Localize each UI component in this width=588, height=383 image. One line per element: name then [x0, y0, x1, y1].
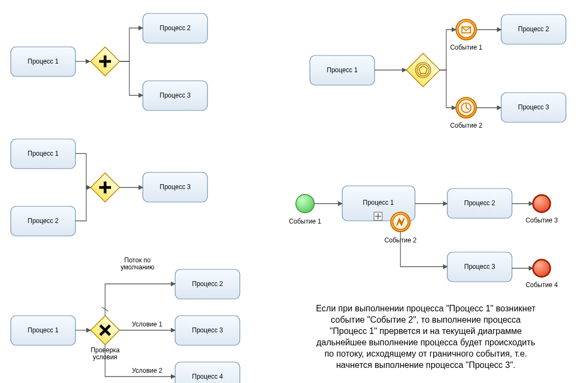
- svg-rect-14: [406, 53, 440, 87]
- diagram-parallel-split: Процесс 1 Процесс 2 Процесс 3: [11, 13, 207, 110]
- gateway-exclusive: [91, 316, 120, 345]
- end-event: [533, 195, 550, 212]
- svg-point-36: [533, 195, 550, 212]
- diagram-boundary-event: Событие 1 Процесс 1 Событие 2 Процесс 2 …: [289, 186, 558, 289]
- gateway-parallel: [91, 173, 120, 202]
- para-line: событие "Событие 2", то выполнение проце…: [331, 315, 521, 324]
- task-process-2: Процесс 2: [11, 206, 75, 236]
- flow-label: Условие 2: [132, 367, 163, 374]
- task-label: Процесс 2: [464, 199, 495, 207]
- para-line: "Процесс 1" прервется и на текущей диагр…: [330, 326, 522, 336]
- task-process-2: Процесс 2: [447, 189, 512, 218]
- task-label: Процесс 3: [464, 263, 495, 270]
- task-label: Процесс 4: [192, 373, 223, 380]
- event-label: Событие 3: [525, 217, 558, 224]
- para-line: дальнейшее выполнение процесса будет про…: [316, 338, 535, 347]
- task-process-2: Процесс 2: [175, 269, 240, 299]
- task-process-1: Процесс 1: [310, 55, 375, 85]
- event-label: Событие 2: [450, 122, 482, 129]
- connector: [120, 61, 143, 95]
- task-process-1: Процесс 1: [11, 316, 75, 345]
- start-event: [296, 194, 314, 213]
- task-label: Процесс 1: [327, 66, 358, 74]
- flow-label: умолчанию: [121, 263, 155, 271]
- event-label: Событие 4: [525, 281, 558, 289]
- task-label: Процесс 3: [192, 326, 223, 334]
- diagram-exclusive-gateway: Процесс 1 Проверка условия Процесс 2 Про…: [11, 256, 240, 383]
- task-label: Процесс 3: [160, 183, 191, 191]
- gateway-parallel: [91, 47, 120, 76]
- para-line: Если при выполнении процесса "Процесс 1"…: [316, 304, 536, 313]
- task-process-3: Процесс 3: [143, 172, 207, 202]
- boundary-event-error: [391, 212, 410, 232]
- task-process-2: Процесс 2: [143, 13, 207, 43]
- connector: [439, 70, 456, 108]
- task-label: Процесс 3: [160, 92, 191, 99]
- task-process-2: Процесс 2: [501, 15, 566, 44]
- intermediate-event-message: [456, 19, 476, 40]
- svg-point-30: [296, 194, 314, 213]
- task-label: Процесс 2: [192, 280, 223, 288]
- event-label: Событие 1: [289, 218, 321, 225]
- para-line: начнется выполнение процесса "Процесс 3"…: [336, 360, 516, 370]
- task-process-3: Процесс 3: [447, 252, 512, 282]
- task-process-3: Процесс 3: [143, 81, 207, 110]
- para-line: по потоку, исходящему от граничного собы…: [324, 349, 527, 358]
- connector-default: [105, 284, 175, 316]
- task-process-4: Процесс 4: [175, 362, 240, 383]
- connector: [75, 187, 91, 221]
- diagram-parallel-join: Процесс 1 Процесс 2 Процесс 3: [11, 139, 207, 236]
- task-label: Процесс 2: [160, 24, 191, 32]
- task-label: Процесс 1: [363, 199, 394, 206]
- task-label: Процесс 1: [27, 150, 59, 157]
- end-event: [533, 260, 550, 277]
- connector: [75, 154, 91, 187]
- intermediate-event-timer: [456, 98, 476, 118]
- flow-label: Поток по: [124, 256, 151, 264]
- connector: [120, 28, 143, 61]
- task-label: Процесс 2: [518, 25, 549, 33]
- task-label: Процесс 1: [27, 326, 59, 334]
- flow-label: Условие 1: [132, 321, 163, 328]
- diagram-event-gateway: Процесс 1 Событие 1 Событи: [310, 15, 566, 129]
- gateway-event-based: [406, 53, 440, 87]
- task-label: Процесс 2: [27, 217, 59, 225]
- svg-point-37: [533, 260, 550, 277]
- task-label: Процесс 3: [518, 103, 549, 111]
- task-process-3: Процесс 3: [501, 93, 566, 122]
- task-process-1: Процесс 1: [11, 139, 75, 169]
- event-label: Событие 1: [450, 44, 482, 51]
- task-label: Процесс 1: [27, 58, 59, 65]
- explanation-text: Если при выполнении процесса "Процесс 1"…: [316, 304, 536, 370]
- svg-point-19: [458, 22, 474, 38]
- task-process-3: Процесс 3: [175, 316, 240, 345]
- task-process-1: Процесс 1: [11, 47, 75, 76]
